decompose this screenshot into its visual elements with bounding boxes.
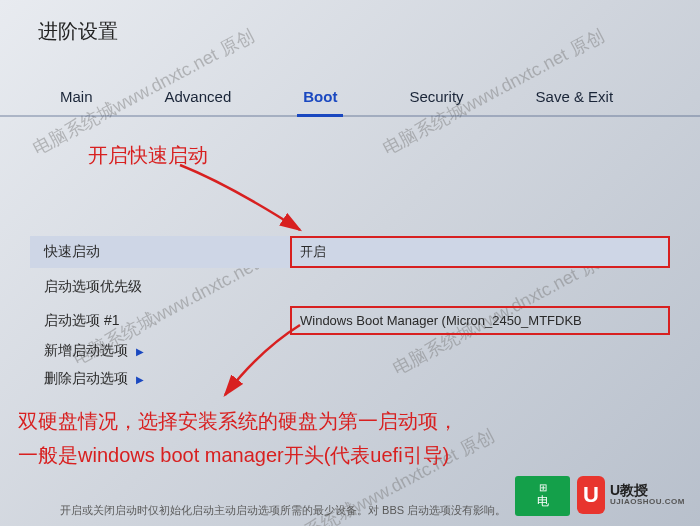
- brand2-sub: UJIAOSHOU.COM: [610, 498, 685, 507]
- add-boot-text: 新增启动选项: [44, 342, 128, 358]
- annotation-dual-disk-2: 一般是windows boot manager开头(代表uefi引导): [18, 442, 449, 469]
- boot-option1-value[interactable]: Windows Boot Manager (Micron_2450_MTFDKB: [290, 306, 670, 335]
- tab-save-exit[interactable]: Save & Exit: [536, 78, 614, 115]
- brand2-main: U教授: [610, 483, 685, 498]
- brand1-text: 电: [537, 493, 549, 510]
- annotation-dual-disk-1: 双硬盘情况，选择安装系统的硬盘为第一启动项，: [18, 408, 458, 435]
- brand-badge-1: ⊞ 电: [515, 476, 570, 516]
- tab-bar: Main Advanced Boot Security Save & Exit: [0, 78, 700, 117]
- add-boot-label: 新增启动选项 ▶: [30, 342, 290, 360]
- setting-boot-option-1[interactable]: 启动选项 #1 Windows Boot Manager (Micron_245…: [30, 306, 670, 335]
- chevron-right-icon: ▶: [136, 346, 144, 357]
- tab-main[interactable]: Main: [60, 78, 93, 115]
- delete-boot-text: 删除启动选项: [44, 370, 128, 386]
- boot-priority-label: 启动选项优先级: [30, 278, 290, 296]
- footer-help-text: 开启或关闭启动时仅初始化启动主动启动选项所需的最少设备。对 BBS 启动选项没有…: [60, 503, 506, 518]
- brand2-icon: U: [577, 476, 605, 514]
- tab-security[interactable]: Security: [409, 78, 463, 115]
- setting-fast-boot[interactable]: 快速启动 开启: [30, 236, 670, 268]
- setting-add-boot[interactable]: 新增启动选项 ▶: [30, 342, 670, 360]
- boot-option1-label: 启动选项 #1: [30, 312, 290, 330]
- fast-boot-value[interactable]: 开启: [290, 236, 670, 268]
- fast-boot-label: 快速启动: [30, 243, 290, 261]
- page-title: 进阶设置: [38, 18, 118, 45]
- tab-boot[interactable]: Boot: [303, 78, 337, 115]
- delete-boot-label: 删除启动选项 ▶: [30, 370, 290, 388]
- setting-delete-boot[interactable]: 删除启动选项 ▶: [30, 370, 670, 388]
- tab-advanced[interactable]: Advanced: [165, 78, 232, 115]
- setting-boot-priority: 启动选项优先级: [30, 278, 670, 296]
- chevron-right-icon: ▶: [136, 374, 144, 385]
- brand-badge-2: U U教授 UJIAOSHOU.COM: [577, 474, 685, 516]
- annotation-fast-boot: 开启快速启动: [88, 142, 208, 169]
